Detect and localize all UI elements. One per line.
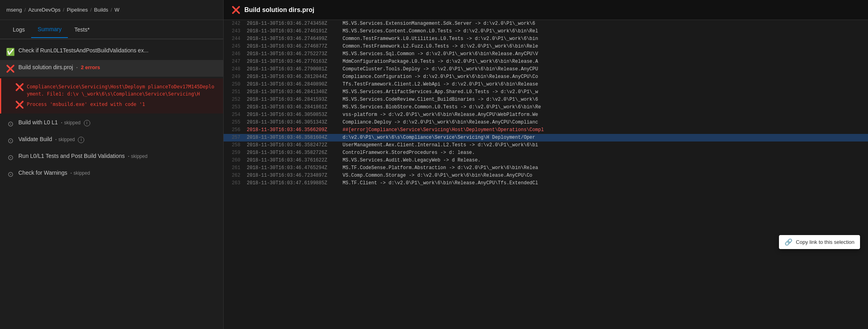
log-row[interactable]: 2542018-11-30T16:03:46.3050853Zvss-platf…	[224, 111, 868, 119]
tab-summary[interactable]: Summary	[31, 21, 68, 38]
step-check-content: Check if RunL0L1TestsAndPostBuildValidat…	[18, 47, 217, 54]
log-line-number: 261	[224, 164, 244, 171]
circle-icon-4: ⊙	[6, 170, 14, 178]
error-badge: 2 errors	[81, 64, 100, 70]
breadcrumb-sep-3: /	[90, 7, 92, 13]
info-icon-2[interactable]: i	[78, 137, 84, 143]
log-message: MS.TF.CodeSense.Platform.Abstraction -> …	[339, 164, 868, 171]
step-warnings-content: Check for Warnings · skipped	[18, 169, 217, 176]
log-message: UserManagement.Aex.Client.Internal.L2.Te…	[339, 142, 868, 149]
log-message: Tfs.TestFramework.Client.L2.WebApi -> d:…	[339, 81, 868, 88]
error-block: ❌ Compliance\Service\Servicing\Host\Depl…	[0, 78, 223, 114]
log-row[interactable]: 2632018-11-30T16:03:47.6199885ZMS.TF.Cli…	[224, 179, 868, 187]
pipeline-steps: ✅ Check if RunL0L1TestsAndPostBuildValid…	[0, 39, 223, 329]
step-run-title: Run L0/L1 Tests and Post Build Validatio…	[18, 153, 217, 159]
log-row[interactable]: 2452018-11-30T16:03:46.2746877ZCommon.Te…	[224, 43, 868, 50]
error-block-item-2[interactable]: ❌ Process 'msbuild.exe' exited with code…	[16, 99, 217, 110]
log-row[interactable]: 2582018-11-30T16:03:46.3582472ZUserManag…	[224, 142, 868, 149]
log-line-number: 257	[224, 134, 244, 141]
step-check-warnings[interactable]: ⊙ Check for Warnings · skipped	[0, 165, 223, 182]
step-warnings-title: Check for Warnings · skipped	[18, 169, 217, 176]
error-block-text-1: Compliance\Service\Servicing\Host\Deploy…	[27, 83, 217, 98]
log-row[interactable]: 2602018-11-30T16:03:46.3761622ZMS.VS.Ser…	[224, 157, 868, 164]
breadcrumb-pipelines[interactable]: Pipelines	[67, 7, 88, 13]
log-row[interactable]: 2482018-11-30T16:03:46.2790081ZComputeCl…	[224, 66, 868, 73]
log-row[interactable]: 2592018-11-30T16:03:46.3582726ZControlFr…	[224, 149, 868, 157]
breadcrumb: mseng / AzureDevOps / Pipelines / Builds…	[0, 0, 223, 20]
log-message: ControlFramework.StoredProcedures -> d: …	[339, 149, 868, 156]
log-line-number: 243	[224, 28, 244, 35]
log-timestamp: 2018-11-30T16:03:46.2746877Z	[244, 43, 339, 50]
log-row[interactable]: 2422018-11-30T16:03:46.2743458ZMS.VS.Ser…	[224, 20, 868, 28]
log-timestamp: 2018-11-30T16:03:46.2776163Z	[244, 58, 339, 65]
log-row[interactable]: 2472018-11-30T16:03:46.2776163ZMdmConfig…	[224, 58, 868, 66]
log-header-title: Build solution dirs.proj	[244, 6, 314, 14]
log-message: MS.VS.Services.ExtensionManagement.Sdk.S…	[339, 20, 868, 27]
circle-icon-1: ⊙	[6, 120, 14, 128]
log-line-number: 252	[224, 96, 244, 103]
log-row[interactable]: 2442018-11-30T16:03:46.2746499ZCommon.Te…	[224, 35, 868, 43]
step-check-run[interactable]: ✅ Check if RunL0L1TestsAndPostBuildValid…	[0, 43, 223, 60]
breadcrumb-w[interactable]: W	[115, 7, 119, 13]
log-timestamp: 2018-11-30T16:03:46.4765294Z	[244, 164, 339, 171]
log-content[interactable]: 2422018-11-30T16:03:46.2743458ZMS.VS.Ser…	[224, 20, 868, 329]
step-l0-title: Build with L0 L1 · skipped i	[18, 119, 217, 126]
log-row[interactable]: 2622018-11-30T16:03:46.7234897ZVS.Comp.C…	[224, 172, 868, 179]
log-message: Compliance.Configuration -> d:\v2.0\P1\_…	[339, 73, 868, 80]
log-message: ##[error]Compliance\Service\Servicing\Ho…	[339, 126, 868, 134]
tab-logs[interactable]: Logs	[6, 22, 31, 38]
step-check-title: Check if RunL0L1TestsAndPostBuildValidat…	[18, 47, 217, 54]
log-timestamp: 2018-11-30T16:03:46.2841861Z	[244, 104, 339, 111]
step-validate-build[interactable]: ⊙ Validate Build · skipped i	[0, 132, 223, 149]
log-timestamp: 2018-11-30T16:03:46.2752273Z	[244, 50, 339, 58]
breadcrumb-mseng[interactable]: mseng	[6, 7, 22, 13]
breadcrumb-sep-4: /	[111, 7, 112, 13]
error-block-text-2: Process 'msbuild.exe' exited with code '…	[27, 101, 145, 108]
error-icon: ❌	[6, 65, 14, 73]
log-row[interactable]: 2562018-11-30T16:03:46.3566209Z##[error]…	[224, 126, 868, 134]
left-panel: mseng / AzureDevOps / Pipelines / Builds…	[0, 0, 224, 329]
log-timestamp: 2018-11-30T16:03:46.3566209Z	[244, 126, 339, 134]
log-message: MS.VS.Services.Content.Common.L0.Tests -…	[339, 28, 868, 35]
error-block-item-1[interactable]: ❌ Compliance\Service\Servicing\Host\Depl…	[16, 82, 217, 99]
log-row[interactable]: 2502018-11-30T16:03:46.2840890ZTfs.TestF…	[224, 81, 868, 88]
breadcrumb-builds[interactable]: Builds	[94, 7, 108, 13]
log-line-number: 253	[224, 104, 244, 111]
tab-tests[interactable]: Tests*	[68, 22, 96, 38]
log-line-number: 259	[224, 149, 244, 156]
info-icon-1[interactable]: i	[84, 120, 90, 126]
log-timestamp: 2018-11-30T16:03:46.2812044Z	[244, 73, 339, 80]
step-build-solution[interactable]: ❌ Build solution dirs.proj · 2 errors	[0, 60, 223, 77]
log-row[interactable]: 2512018-11-30T16:03:46.2841340ZMS.VS.Ser…	[224, 88, 868, 96]
log-row[interactable]: 2572018-11-30T16:03:46.3581604Zd:\v2.0\P…	[224, 134, 868, 142]
log-message: MS.VS.Services.Audit.Web.LegacyWeb -> d …	[339, 157, 868, 164]
log-line-number: 250	[224, 81, 244, 88]
tabs-bar: Logs Summary Tests*	[0, 20, 223, 39]
log-timestamp: 2018-11-30T16:03:46.3761622Z	[244, 157, 339, 164]
copy-link-text[interactable]: Copy link to this selection	[796, 239, 854, 245]
log-row[interactable]: 2492018-11-30T16:03:46.2812044ZComplianc…	[224, 73, 868, 81]
log-row[interactable]: 2612018-11-30T16:03:46.4765294ZMS.TF.Cod…	[224, 164, 868, 172]
error-item-icon-2: ❌	[16, 101, 24, 109]
log-timestamp: 2018-11-30T16:03:47.6199885Z	[244, 179, 339, 187]
log-row[interactable]: 2462018-11-30T16:03:46.2752273ZMS.VS.Ser…	[224, 50, 868, 58]
log-row[interactable]: 2552018-11-30T16:03:46.3051343ZComplianc…	[224, 119, 868, 126]
copy-link-tooltip[interactable]: 🔗 Copy link to this selection	[779, 235, 860, 249]
error-item-icon-1: ❌	[16, 83, 24, 91]
step-run-tests[interactable]: ⊙ Run L0/L1 Tests and Post Build Validat…	[0, 149, 223, 165]
log-timestamp: 2018-11-30T16:03:46.2840890Z	[244, 81, 339, 88]
log-line-number: 256	[224, 126, 244, 134]
log-timestamp: 2018-11-30T16:03:46.3581604Z	[244, 134, 339, 141]
log-message: vss-platform -> d:\v2.0\P1\_work\6\bin\R…	[339, 111, 868, 118]
step-build-l0[interactable]: ⊙ Build with L0 L1 · skipped i	[0, 115, 223, 132]
log-row[interactable]: 2532018-11-30T16:03:46.2841861ZMS.VS.Ser…	[224, 104, 868, 111]
log-message: Compliance.Deploy -> d:\v2.0\P1\_work\6\…	[339, 119, 868, 126]
breadcrumb-azuredevops[interactable]: AzureDevOps	[28, 7, 61, 13]
log-row[interactable]: 2432018-11-30T16:03:46.2746191ZMS.VS.Ser…	[224, 28, 868, 35]
log-timestamp: 2018-11-30T16:03:46.3582472Z	[244, 142, 339, 149]
step-run-content: Run L0/L1 Tests and Post Build Validatio…	[18, 153, 217, 159]
log-row[interactable]: 2522018-11-30T16:03:46.2841593ZMS.VS.Ser…	[224, 96, 868, 104]
step-build-title: Build solution dirs.proj · 2 errors	[18, 64, 217, 70]
circle-icon-2: ⊙	[6, 137, 14, 145]
log-line-number: 255	[224, 119, 244, 126]
